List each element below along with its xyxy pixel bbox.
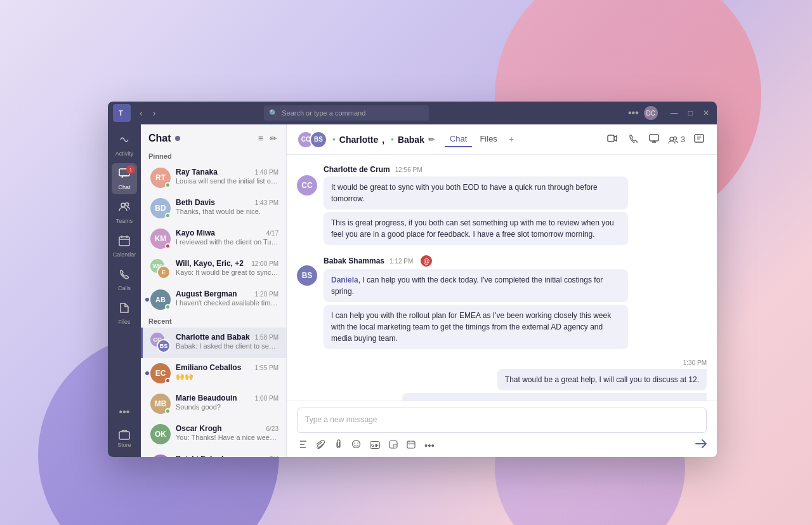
chat-item-august[interactable]: AB August Bergman 1:20 PM I haven't chec… (141, 284, 286, 315)
emoji-button[interactable] (350, 438, 363, 452)
babak-online-dot: ● (391, 136, 394, 142)
beth-content: Beth Davis 1:43 PM Thanks, that would be… (176, 198, 278, 215)
sidebar-more-button[interactable]: ••• (112, 402, 137, 422)
status-dot (175, 136, 180, 141)
calls-label: Calls (118, 285, 131, 291)
schedule-button[interactable] (405, 439, 417, 452)
sidebar-item-chat[interactable]: 1 Chat (112, 163, 137, 194)
forward-button[interactable]: › (149, 107, 160, 119)
screen-share-button[interactable] (646, 131, 662, 148)
window-controls: — □ ✕ (668, 107, 712, 119)
sidebar-item-files[interactable]: Files (112, 298, 137, 329)
gif-button[interactable]: GIF (368, 439, 382, 452)
beth-preview: Thanks, that would be nice. (176, 208, 278, 215)
add-tab-button[interactable]: + (505, 131, 518, 147)
oscar-name: Oscar Krogh (176, 424, 222, 433)
ray-status (165, 182, 171, 188)
chat-badge: 1 (126, 165, 135, 174)
august-content: August Bergman 1:20 PM I haven't checked… (176, 289, 278, 307)
ray-name: Ray Tanaka (176, 168, 218, 176)
back-button[interactable]: ‹ (136, 107, 147, 119)
sidebar-item-calendar[interactable]: Calendar (112, 230, 137, 262)
messages-area[interactable]: CC Charlotte de Crum 12:56 PM It would b… (287, 155, 717, 401)
kayo-content: Kayo Miwa 4/17 I reviewed with the clien… (176, 229, 278, 246)
august-time: 1:20 PM (255, 291, 278, 298)
august-status (165, 304, 171, 310)
babak-msg-time-1: 1:12 PM (390, 258, 413, 265)
filter-button[interactable]: ≡ (257, 132, 265, 145)
audio-call-button[interactable] (626, 131, 640, 148)
emiliano-preview: 🙌🙌 (176, 373, 278, 381)
more-options-button[interactable]: ••• (628, 107, 639, 119)
charlotte-babak-double-avatar: CC BS (150, 333, 171, 353)
chat-header-actions: 3 (605, 131, 707, 149)
will-top: Will, Kayo, Eric, +2 12:00 PM (176, 259, 278, 268)
svg-point-14 (357, 442, 358, 444)
paperclip-button[interactable] (332, 438, 344, 452)
sidebar-item-teams[interactable]: Teams (112, 197, 137, 228)
kayo-preview: I reviewed with the client on Tuesday... (176, 238, 278, 246)
navigation-buttons: ‹ › (136, 107, 159, 119)
send-button[interactable] (695, 439, 707, 452)
attach-button[interactable] (315, 439, 327, 452)
edit-name-icon[interactable]: ✏ (428, 135, 435, 144)
chat-item-kayo[interactable]: KM Kayo Miwa 4/17 I reviewed with the cl… (141, 223, 286, 254)
ray-preview: Louisa will send the initial list of att… (176, 177, 278, 185)
compose-placeholder: Type a new message (305, 415, 377, 424)
sidebar-item-calls[interactable]: Calls (112, 264, 137, 295)
marie-status (165, 408, 171, 414)
avatar-initials: DC (646, 110, 655, 117)
chat-item-daichi[interactable]: DF Daichi Fukuda 5/4 No, I think there a… (141, 449, 286, 457)
svg-rect-5 (119, 237, 129, 246)
teams-icon (118, 201, 131, 216)
sidebar-store-button[interactable]: Store (112, 424, 137, 452)
title-bar: T ‹ › 🔍 Search or type a command ••• DC … (108, 102, 717, 124)
chat-item-ray[interactable]: RT Ray Tanaka 1:40 PM Louisa will send t… (141, 163, 286, 193)
compose-box[interactable]: Type a new message (297, 408, 707, 433)
august-top: August Bergman 1:20 PM (176, 289, 278, 298)
tab-chat[interactable]: Chat (445, 131, 472, 147)
format-text-button[interactable] (297, 439, 310, 452)
chat-item-emiliano[interactable]: EC Emiliano Ceballos 1:55 PM 🙌🙌 (141, 358, 286, 389)
will-name: Will, Kayo, Eric, +2 (176, 259, 244, 268)
chat-item-oscar[interactable]: OK Oscar Krogh 6/23 You: Thanks! Have a … (141, 419, 286, 449)
close-button[interactable]: ✕ (700, 107, 712, 119)
calls-icon (118, 268, 131, 284)
sticker-button[interactable] (387, 439, 400, 452)
video-call-button[interactable] (605, 131, 620, 148)
chat-title-text: Chat (148, 133, 171, 144)
minimize-button[interactable]: — (668, 107, 681, 119)
chat-item-beth[interactable]: BD Beth Davis 1:43 PM Thanks, that would… (141, 193, 286, 223)
new-chat-button[interactable]: ✏ (268, 132, 278, 145)
oscar-time: 6/23 (266, 425, 278, 432)
maximize-button[interactable]: □ (686, 107, 695, 119)
chat-item-will[interactable]: WK E Will, Kayo, Eric, +2 12:00 PM Kayo:… (141, 254, 286, 284)
svg-rect-6 (119, 432, 129, 439)
chat-item-charlotte-babak[interactable]: CC BS Charlotte and Babak 1:58 PM Babak:… (141, 328, 286, 358)
user-avatar[interactable]: DC (644, 106, 658, 120)
svg-rect-18 (407, 441, 415, 448)
sidebar-item-activity[interactable]: Activity (112, 130, 137, 161)
chat-item-marie[interactable]: MB Marie Beaudouin 1:00 PM Sounds good? (141, 389, 286, 419)
sidebar: Activity 1 Chat (108, 124, 141, 457)
babak-para-1: Daniela, I can help you with the deck to… (331, 274, 620, 297)
more-chat-options-button[interactable] (691, 131, 707, 149)
charlotte-msg-header: Charlotte de Crum 12:56 PM (324, 165, 707, 174)
tab-files-label: Files (480, 134, 497, 143)
will-preview: Kayo: It would be great to sync with... (176, 269, 278, 276)
svg-text:GIF: GIF (371, 443, 379, 448)
oscar-top: Oscar Krogh 6/23 (176, 424, 278, 433)
svg-point-3 (121, 203, 125, 207)
babak-msg-sender-1: Babak Shammas (324, 256, 384, 265)
content-area: Activity 1 Chat (108, 124, 717, 457)
kayo-time: 4/17 (266, 230, 278, 237)
tab-files[interactable]: Files (475, 131, 502, 147)
search-bar[interactable]: 🔍 Search or type a command (264, 105, 429, 121)
oscar-avatar: OK (150, 424, 171, 444)
beth-top: Beth Davis 1:43 PM (176, 198, 278, 207)
more-compose-options-button[interactable]: ••• (422, 439, 436, 452)
charlotte-msg-bubble-2: This is great progress, if you both can … (324, 212, 628, 245)
charlotte-msg-time: 12:56 PM (395, 166, 422, 173)
me-msg-time: 1:30 PM (683, 359, 707, 366)
compose-area: Type a new message (287, 401, 717, 457)
